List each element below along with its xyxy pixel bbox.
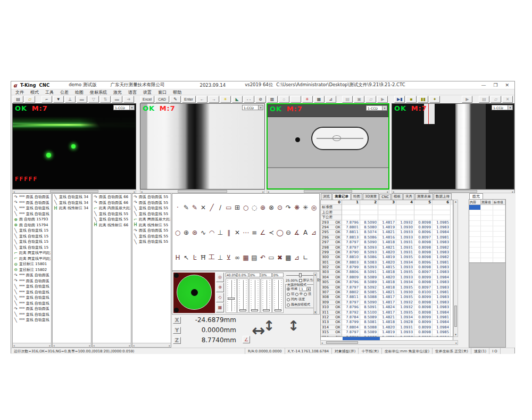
list-item[interactable]: ╲直线自动直线 55 <box>132 239 171 245</box>
restore-button[interactable]: ❐ <box>493 83 497 88</box>
stage-lock-button[interactable]: ▬ <box>77 96 87 103</box>
list-item[interactable]: ↷圆弧自动圆弧 66 <box>93 200 131 206</box>
camera-3-selector[interactable]: 1-CCD ▾ <box>366 105 387 111</box>
table-row[interactable]: 301OK7.88038.50831.48201.09340.80961.098… <box>321 260 453 265</box>
results-horizontal-scrollbar[interactable]: ◂▸ <box>320 340 458 345</box>
camera-2-selector[interactable]: 1-CCD ▾ <box>242 105 263 110</box>
light-slider-thumb[interactable] <box>263 309 270 311</box>
probe-down-button[interactable]: ▼ <box>53 96 64 103</box>
light-slider-thumb[interactable] <box>239 309 246 311</box>
strong-radio[interactable] <box>304 293 307 296</box>
chevron-down-icon[interactable]: ▾ <box>258 105 263 110</box>
element-row[interactable] <box>469 226 505 232</box>
table-row[interactable]: 315OK7.87978.50891.48191.09330.80981.098… <box>321 330 453 335</box>
save-result-button[interactable]: ▤ <box>479 96 489 103</box>
table-row[interactable]: 294OK7.88018.50801.48191.09300.80991.098… <box>321 225 453 230</box>
list-item[interactable]: ⊖直径标注15802 <box>13 267 51 273</box>
palette-tool-icon[interactable]: A <box>301 229 310 236</box>
palette-tool-icon[interactable]: ∿ <box>199 229 207 236</box>
open-result-button[interactable]: ▱ <box>491 96 501 103</box>
light-slider-thumb[interactable] <box>275 309 281 311</box>
palette-tool-icon[interactable]: ✳ <box>301 204 310 211</box>
zoom-slider-thumb[interactable] <box>299 273 302 277</box>
jog-z-arrows-icon[interactable]: ↕ <box>288 318 300 334</box>
camera-view-2[interactable]: OK M:7 1-CCD ▾ ◂▸ <box>140 103 265 193</box>
calibration-grid-button[interactable]: ▩ <box>267 96 278 103</box>
ring-light-indicator[interactable] <box>173 273 215 313</box>
tab-测量记录[interactable]: 测量记录 <box>332 193 351 200</box>
menu-item-设置[interactable]: 设置 <box>143 89 152 95</box>
camera-4-image[interactable]: OK M:7 1-CCD ▾ <box>392 103 514 190</box>
list-item[interactable]: ╲*** 直线自动直线 <box>13 295 51 301</box>
feature-list-4-scrollbar[interactable]: ◂▸ <box>132 343 171 347</box>
excel-export-button[interactable]: Excel <box>140 96 154 103</box>
list-item[interactable]: ╲直线自动直线 15 <box>13 245 51 251</box>
light-toggle-button[interactable]: ☀ <box>220 96 231 103</box>
list-item[interactable]: ⊖直径标注15801 <box>13 261 51 267</box>
palette-tool-icon[interactable]: Ħ <box>199 254 207 261</box>
favorite-radio[interactable] <box>287 287 290 291</box>
palette-tool-icon[interactable]: ≺ <box>267 229 276 236</box>
results-table[interactable]: 0123456标准值上公差下公差293OK7.87968.50901.48171… <box>320 200 453 337</box>
palette-tool-icon[interactable]: ⊕ <box>259 204 267 211</box>
palette-tool-icon[interactable]: ∟ <box>301 254 310 261</box>
zoom-tool-button[interactable]: ⊘ <box>255 96 266 103</box>
list-item[interactable]: ╲直线自动直线 55 <box>132 205 171 211</box>
palette-tool-icon[interactable]: ⊥ <box>216 254 225 261</box>
palette-tool-icon[interactable]: ○ <box>173 229 182 236</box>
table-row[interactable]: 310OK7.87968.50911.48241.09320.80981.098… <box>321 305 453 310</box>
palette-tool-icon[interactable]: · <box>173 204 182 211</box>
pause-button[interactable]: ▮▮ <box>418 96 428 103</box>
zoom-slider[interactable] <box>286 273 315 277</box>
list-item[interactable]: ╲*** 直线自动直线 <box>13 205 51 211</box>
list-item[interactable]: ╲直线自动直线 55 <box>93 211 131 217</box>
element-row[interactable] <box>469 253 505 258</box>
list-item[interactable]: ╲直线自动直线 55 <box>93 217 131 223</box>
element-row[interactable] <box>469 237 505 242</box>
nav-back-button[interactable]: ← <box>197 96 207 103</box>
palette-tool-icon[interactable]: ✎ <box>190 204 199 211</box>
light-mode-button[interactable]: ⊛ <box>216 283 224 292</box>
blank-button[interactable] <box>290 96 301 103</box>
image-view-button[interactable]: ◣ <box>232 96 243 103</box>
table-row[interactable]: 312OK7.87848.50891.48211.09340.80991.098… <box>321 315 453 320</box>
camera-4-selector[interactable]: 1-CCD ▾ <box>492 105 513 110</box>
weak-radio[interactable] <box>287 293 290 296</box>
table-row[interactable]: 下公差 <box>321 215 453 220</box>
palette-tool-icon[interactable]: ≡ <box>250 229 259 236</box>
feature-list-1-scrollbar[interactable]: ◂▸ <box>13 343 51 347</box>
menu-item-公差[interactable]: 公差 <box>60 89 69 95</box>
palette-tool-icon[interactable]: ⊛ <box>190 229 199 236</box>
palette-tool-icon[interactable]: ✖ <box>276 254 284 261</box>
list-item[interactable]: ╲*** 直线自动直线 <box>13 211 51 217</box>
table-row[interactable]: 299OK7.87908.50931.48201.09310.80981.098… <box>321 250 453 255</box>
palette-tool-icon[interactable]: ↷ <box>284 204 293 211</box>
jog-y-arrows-icon[interactable]: ↕ <box>263 318 275 334</box>
close-button[interactable]: ✕ <box>505 83 509 88</box>
element-table[interactable]: 内容测量值标准值 <box>469 199 506 263</box>
dashes-button[interactable]: - - <box>244 96 254 103</box>
list-item[interactable]: ╲直线自动直线 15 <box>13 239 51 245</box>
element-row[interactable] <box>469 205 505 210</box>
table-row[interactable]: 305OK7.87968.50891.48181.09340.80981.098… <box>321 280 453 285</box>
palette-tool-icon[interactable]: ∥ <box>225 229 233 236</box>
step-right-button[interactable]: ➔ <box>123 96 134 103</box>
palette-tool-icon[interactable]: ⊞ <box>233 204 242 211</box>
table-row[interactable]: 313OK7.87998.50811.48181.09280.80991.098… <box>321 320 453 325</box>
table-row[interactable]: 302OK7.87998.50931.48151.09330.80981.098… <box>321 265 453 270</box>
table-row[interactable]: 304OK7.88098.50891.48201.09330.80991.098… <box>321 275 453 280</box>
list-item[interactable]: ╲直线自动直线 34 <box>53 194 91 200</box>
cad-export-button[interactable]: CAD <box>155 96 169 103</box>
list-item[interactable]: ╲直线自动直线 55 <box>132 211 171 217</box>
light-slider-track[interactable] <box>226 278 237 313</box>
list-item[interactable]: ╲*** 直线自动直线 <box>13 312 51 318</box>
table-row[interactable]: 307OK7.88028.50851.48211.09300.81001.098… <box>321 290 453 295</box>
table-row[interactable]: 303OK7.88068.50911.48181.09350.80971.098… <box>321 270 453 275</box>
palette-tool-icon[interactable]: ◌ <box>250 204 259 211</box>
palette-tool-icon[interactable]: ↶ <box>259 254 267 261</box>
light-slider-3[interactable]: 0% <box>249 273 260 314</box>
light-slider-thumb[interactable] <box>228 298 235 300</box>
light-mode-button[interactable]: ◎ <box>216 273 224 282</box>
list-item[interactable]: H距离线性标注 66 <box>93 223 131 228</box>
list-item[interactable]: ↷圆弧自动圆弧 55 <box>132 194 171 200</box>
